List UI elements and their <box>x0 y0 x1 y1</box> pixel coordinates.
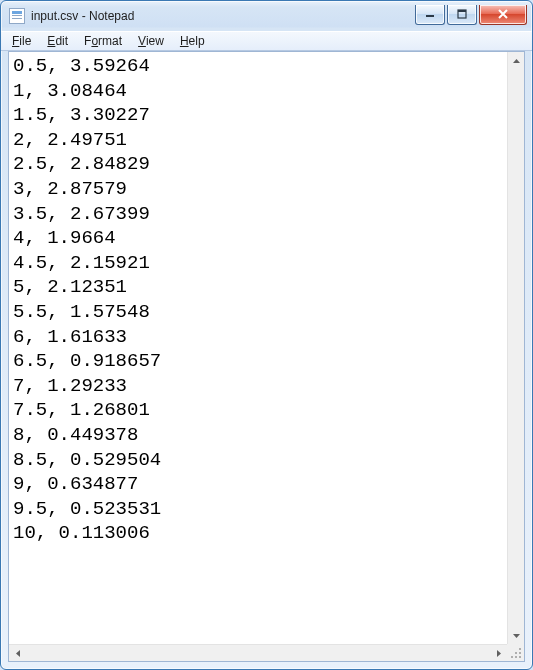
maximize-icon <box>457 9 467 19</box>
text-editor[interactable]: 0.5, 3.59264 1, 3.08464 1.5, 3.30227 2, … <box>9 52 507 644</box>
menu-view[interactable]: View <box>131 33 171 49</box>
svg-point-3 <box>519 648 521 650</box>
scroll-up-button[interactable] <box>508 52 525 69</box>
size-grip[interactable] <box>507 644 524 661</box>
window-title: input.csv - Notepad <box>31 9 409 23</box>
notepad-window: input.csv - Notepad File Edit F <box>0 0 533 670</box>
chevron-up-icon <box>513 59 520 63</box>
scroll-down-button[interactable] <box>508 627 525 644</box>
menubar: File Edit Format View Help <box>1 31 532 51</box>
editor-wrap: 0.5, 3.59264 1, 3.08464 1.5, 3.30227 2, … <box>9 52 524 661</box>
menu-file[interactable]: File <box>5 33 38 49</box>
chevron-right-icon <box>497 650 501 657</box>
maximize-button[interactable] <box>447 5 477 25</box>
menu-edit[interactable]: Edit <box>40 33 75 49</box>
chevron-down-icon <box>513 634 520 638</box>
svg-rect-0 <box>426 15 434 17</box>
vertical-scroll-track[interactable] <box>508 69 524 627</box>
scroll-right-button[interactable] <box>490 645 507 662</box>
menu-format[interactable]: Format <box>77 33 129 49</box>
svg-point-7 <box>515 656 517 658</box>
close-button[interactable] <box>479 5 527 25</box>
titlebar[interactable]: input.csv - Notepad <box>1 1 532 31</box>
window-controls <box>415 5 527 25</box>
svg-point-6 <box>519 656 521 658</box>
horizontal-scrollbar[interactable] <box>9 644 507 661</box>
svg-point-4 <box>519 652 521 654</box>
horizontal-scroll-track[interactable] <box>26 645 490 661</box>
svg-point-5 <box>515 652 517 654</box>
scroll-left-button[interactable] <box>9 645 26 662</box>
svg-rect-2 <box>458 10 466 12</box>
minimize-button[interactable] <box>415 5 445 25</box>
svg-point-8 <box>511 656 513 658</box>
close-icon <box>497 9 509 19</box>
menu-help[interactable]: Help <box>173 33 212 49</box>
minimize-icon <box>425 9 435 19</box>
vertical-scrollbar[interactable] <box>507 52 524 644</box>
notepad-icon <box>9 8 25 24</box>
resize-icon <box>510 647 522 659</box>
client-area: 0.5, 3.59264 1, 3.08464 1.5, 3.30227 2, … <box>8 51 525 662</box>
chevron-left-icon <box>16 650 20 657</box>
